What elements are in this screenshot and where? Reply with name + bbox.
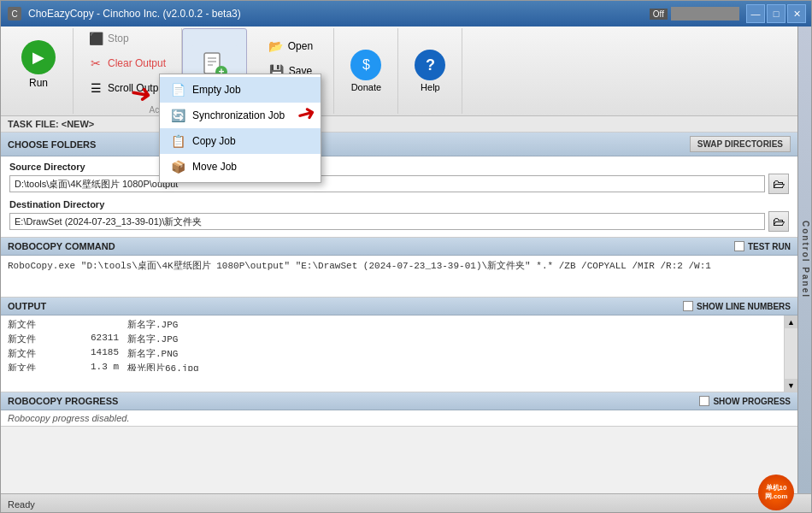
main-content: TASK FILE: <NEW> CHOOSE FOLDERS SWAP DIR… bbox=[1, 116, 797, 493]
command-label: ROBOCOPY COMMAND bbox=[8, 241, 115, 251]
help-label: Help bbox=[421, 82, 440, 92]
window-title: ChoEazyCopy - Cinchoo Inc. (v2.0.0.2 - b… bbox=[28, 8, 650, 20]
menu-item-empty-job[interactable]: 📄 Empty Job bbox=[160, 77, 321, 103]
command-text: RoboCopy.exe "D:\tools\桌面\4K壁纸图片 1080P\o… bbox=[1, 256, 797, 297]
show-progress-checkbox[interactable] bbox=[699, 396, 709, 406]
output-row-2: 新文件 14185 新名字.PNG bbox=[8, 346, 791, 361]
copy-job-icon: 📋 bbox=[170, 133, 185, 149]
progress-section-bar: ROBOCOPY PROGRESS SHOW PROGRESS bbox=[1, 392, 797, 410]
test-run-label: TEST RUN bbox=[748, 242, 791, 251]
output-cell-0-1 bbox=[68, 318, 119, 331]
output-cell-3-0: 新文件 bbox=[8, 362, 59, 371]
empty-job-icon: 📄 bbox=[170, 82, 185, 97]
output-content: 新文件 新名字.JPG 新文件 62311 新名字.JPG 新文件 14185 … bbox=[1, 315, 797, 371]
help-icon: ? bbox=[415, 50, 445, 80]
new-dropdown-menu: 📄 Empty Job 🔄 Synchronization Job 📋 Copy… bbox=[159, 74, 321, 183]
taskfile-value: <NEW> bbox=[62, 119, 95, 129]
sync-job-label: Synchronization Job bbox=[192, 109, 285, 121]
swap-directories-button[interactable]: SWAP DIRECTORIES bbox=[690, 136, 791, 152]
output-cell-1-2: 新名字.JPG bbox=[127, 333, 791, 345]
close-button[interactable]: ✕ bbox=[787, 4, 806, 23]
progress-section: Robocopy progress disabled. bbox=[1, 410, 797, 427]
menu-item-move-job[interactable]: 📦 Move Job bbox=[160, 154, 321, 180]
show-line-numbers-area: SHOW LINE NUMBERS bbox=[683, 301, 791, 311]
scroll-up-button[interactable]: ▲ bbox=[785, 315, 797, 328]
output-cell-0-2: 新名字.JPG bbox=[127, 318, 791, 331]
show-progress-label: SHOW PROGRESS bbox=[713, 397, 791, 406]
dest-browse-button[interactable]: 🗁 bbox=[768, 211, 789, 232]
toolbar: ▶ Run ⬛ Stop ✂ Clear Output ☰ Scroll Out… bbox=[1, 27, 812, 116]
copy-job-label: Copy Job bbox=[192, 135, 236, 147]
scroll-label: Scroll Output bbox=[108, 82, 167, 94]
maximize-button[interactable]: □ bbox=[767, 4, 786, 23]
command-section-bar: ROBOCOPY COMMAND TEST RUN bbox=[1, 238, 797, 256]
source-browse-button[interactable]: 🗁 bbox=[768, 174, 789, 194]
output-cell-0-0: 新文件 bbox=[8, 318, 59, 331]
title-icons: C bbox=[8, 7, 21, 21]
source-dir-row: 🗁 bbox=[9, 174, 789, 194]
clear-output-button[interactable]: ✂ Clear Output bbox=[82, 52, 173, 74]
progress-indicator bbox=[671, 7, 739, 21]
folder-section: Source Directory 🗁 Destination Directory… bbox=[1, 156, 797, 238]
output-row-1: 新文件 62311 新名字.JPG bbox=[8, 332, 791, 346]
stop-button[interactable]: ⬛ Stop bbox=[82, 27, 173, 50]
show-line-numbers-label: SHOW LINE NUMBERS bbox=[697, 302, 791, 311]
output-cell-2-0: 新文件 bbox=[8, 347, 59, 360]
off-badge: Off bbox=[650, 9, 668, 20]
clear-icon: ✂ bbox=[88, 56, 103, 71]
output-cell-2-1: 14185 bbox=[68, 347, 119, 360]
stop-icon: ⬛ bbox=[88, 31, 103, 46]
output-cell-2-2: 新名字.PNG bbox=[127, 347, 791, 360]
run-button[interactable]: ▶ Run bbox=[13, 35, 64, 94]
test-run-area: TEST RUN bbox=[734, 241, 791, 251]
scroll-icon: ☰ bbox=[88, 80, 103, 96]
output-row-0: 新文件 新名字.JPG bbox=[8, 317, 791, 332]
output-cell-1-0: 新文件 bbox=[8, 333, 59, 345]
open-icon: 📂 bbox=[268, 38, 284, 54]
help-button[interactable]: ? Help bbox=[407, 45, 453, 97]
output-scrollbar[interactable]: ▲ ▼ bbox=[784, 315, 797, 392]
status-text: Ready bbox=[8, 499, 35, 510]
open-button[interactable]: 📂 Open bbox=[262, 35, 319, 57]
source-dir-label: Source Directory bbox=[9, 162, 789, 172]
clear-label: Clear Output bbox=[108, 57, 166, 69]
dest-dir-input[interactable] bbox=[9, 213, 765, 230]
minimize-button[interactable]: — bbox=[746, 4, 765, 23]
output-cell-1-1: 62311 bbox=[68, 333, 119, 345]
status-bar: Ready 单机10网.com bbox=[1, 493, 812, 513]
control-panel[interactable]: Control Panel bbox=[797, 27, 812, 493]
test-run-checkbox[interactable] bbox=[734, 241, 744, 251]
source-dir-input[interactable] bbox=[9, 175, 765, 192]
run-icon: ▶ bbox=[21, 40, 56, 74]
empty-job-label: Empty Job bbox=[192, 84, 241, 96]
choose-folders-section-bar: CHOOSE FOLDERS SWAP DIRECTORIES bbox=[1, 133, 797, 156]
dest-dir-row: 🗁 bbox=[9, 211, 789, 232]
output-label: OUTPUT bbox=[8, 301, 46, 311]
show-progress-area: SHOW PROGRESS bbox=[699, 396, 791, 406]
dest-dir-label: Destination Directory bbox=[9, 199, 789, 209]
app-icon: C bbox=[8, 7, 21, 21]
stop-label: Stop bbox=[108, 32, 129, 44]
command-section: RoboCopy.exe "D:\tools\桌面\4K壁纸图片 1080P\o… bbox=[1, 256, 797, 298]
progress-label: ROBOCOPY PROGRESS bbox=[8, 396, 118, 406]
watermark: 单机10网.com bbox=[758, 475, 794, 510]
move-job-label: Move Job bbox=[192, 161, 237, 173]
donate-label: Donate bbox=[351, 82, 381, 92]
scroll-down-button[interactable]: ▼ bbox=[785, 379, 797, 392]
output-section: 新文件 新名字.JPG 新文件 62311 新名字.JPG 新文件 14185 … bbox=[1, 315, 797, 392]
output-section-bar: OUTPUT SHOW LINE NUMBERS bbox=[1, 298, 797, 315]
output-row-3: 新文件 1.3 m 极光图片66.jpg bbox=[8, 361, 791, 371]
window-controls[interactable]: — □ ✕ bbox=[746, 4, 806, 23]
menu-item-sync-job[interactable]: 🔄 Synchronization Job bbox=[160, 103, 321, 128]
show-line-numbers-checkbox[interactable] bbox=[683, 301, 693, 311]
open-label: Open bbox=[288, 40, 313, 52]
sync-job-icon: 🔄 bbox=[170, 108, 185, 123]
output-cell-3-2: 极光图片66.jpg bbox=[127, 362, 791, 371]
title-bar: C ChoEazyCopy - Cinchoo Inc. (v2.0.0.2 -… bbox=[1, 1, 812, 27]
donate-group: $ Donate bbox=[334, 28, 398, 114]
output-cell-3-1: 1.3 m bbox=[68, 362, 119, 371]
taskfile-label: TASK FILE: bbox=[8, 119, 59, 129]
menu-item-copy-job[interactable]: 📋 Copy Job bbox=[160, 128, 321, 154]
donate-button[interactable]: $ Donate bbox=[343, 45, 389, 97]
progress-text: Robocopy progress disabled. bbox=[1, 410, 797, 426]
